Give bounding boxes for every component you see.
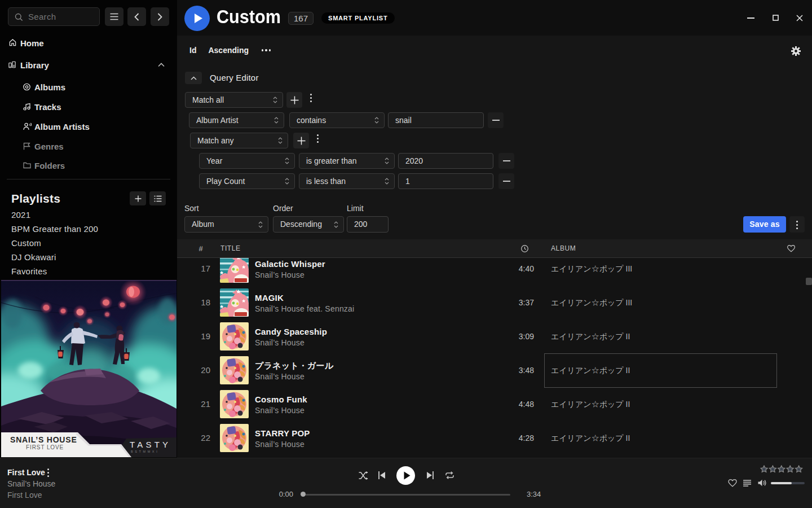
svg-text:FIRST LOVE: FIRST LOVE: [26, 444, 64, 450]
svg-text:BSTMMXI: BSTMMXI: [131, 450, 159, 453]
svg-text:TASTY: TASTY: [130, 440, 171, 449]
svg-text:SNAIL’S HOUSE: SNAIL’S HOUSE: [10, 435, 77, 444]
